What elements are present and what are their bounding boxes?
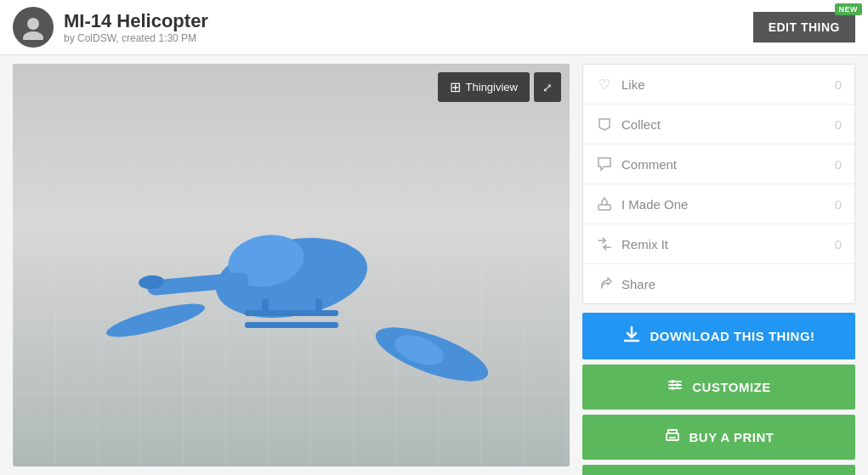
collect-icon [596, 116, 613, 133]
like-action[interactable]: ♡ Like 0 [583, 65, 854, 105]
download-button[interactable]: DOWNLOAD THIS THING! [582, 313, 855, 359]
remix-icon [596, 235, 613, 252]
svg-rect-9 [262, 299, 269, 316]
made-one-label: I Made One [621, 197, 688, 212]
viewer-container: ⊞ Thingiview ⤢ [13, 64, 570, 467]
comment-icon [596, 156, 613, 172]
avatar [13, 7, 54, 48]
title-block: MI-14 Helicopter by ColDSW, created 1:30… [64, 10, 208, 44]
fullscreen-button[interactable]: ⤢ [534, 72, 561, 102]
thingiview-label: Thingiview [466, 81, 518, 93]
main-content: ⊞ Thingiview ⤢ ♡ Like 0 [0, 55, 868, 475]
customize-button[interactable]: CUSTOMIZE [582, 365, 855, 410]
collect-count: 0 [835, 117, 842, 132]
svg-rect-7 [245, 310, 338, 316]
like-label: Like [621, 77, 645, 92]
svg-point-0 [27, 18, 39, 30]
glasses-icon: ⊞ [450, 79, 461, 95]
action-list: ♡ Like 0 Collect 0 [582, 64, 855, 304]
heart-icon: ♡ [596, 76, 613, 93]
made-one-count: 0 [835, 197, 842, 212]
customize-icon [667, 376, 684, 398]
new-badge: NEW [835, 3, 863, 15]
i-made-one-action[interactable]: I Made One 0 [583, 184, 854, 224]
tools-utilities-button[interactable]: TOOLS & UTILITIES [582, 465, 855, 475]
share-icon [596, 275, 613, 292]
thingiview-button[interactable]: ⊞ Thingiview [438, 72, 530, 102]
helicopter-model [79, 150, 504, 405]
svg-rect-17 [668, 387, 682, 389]
buy-print-button[interactable]: BUY A PRINT [582, 415, 855, 460]
collect-action[interactable]: Collect 0 [583, 105, 854, 144]
svg-rect-8 [245, 322, 338, 328]
remix-action[interactable]: Remix It 0 [583, 224, 854, 264]
comment-count: 0 [835, 157, 842, 172]
share-label: Share [621, 277, 655, 291]
share-action[interactable]: Share [583, 264, 854, 303]
svg-point-19 [676, 383, 679, 387]
svg-point-11 [103, 297, 207, 343]
download-label: DOWNLOAD THIS THING! [650, 329, 814, 343]
customize-label: CUSTOMIZE [692, 380, 771, 394]
header-left: MI-14 Helicopter by ColDSW, created 1:30… [13, 7, 208, 48]
comment-action[interactable]: Comment 0 [583, 144, 854, 184]
svg-rect-15 [668, 381, 682, 382]
page-subtitle: by ColDSW, created 1:30 PM [64, 32, 208, 44]
edit-thing-button[interactable]: NEW EDIT THING [753, 12, 855, 42]
svg-point-20 [671, 387, 674, 390]
svg-point-18 [671, 380, 674, 383]
viewer-toolbar: ⊞ Thingiview ⤢ [438, 72, 561, 102]
svg-point-1 [23, 31, 43, 40]
download-icon [622, 325, 641, 348]
fullscreen-icon: ⤢ [542, 81, 553, 94]
like-count: 0 [835, 77, 842, 92]
header: MI-14 Helicopter by ColDSW, created 1:30… [0, 0, 868, 55]
remix-count: 0 [835, 237, 842, 252]
print-icon [664, 427, 681, 448]
collect-label: Collect [621, 117, 661, 132]
remix-label: Remix It [621, 237, 668, 252]
svg-rect-10 [315, 299, 322, 316]
right-panel: ♡ Like 0 Collect 0 [582, 64, 855, 467]
comment-label: Comment [621, 157, 677, 172]
svg-rect-16 [668, 384, 682, 386]
made-one-icon [596, 195, 613, 212]
buy-print-label: BUY A PRINT [689, 430, 774, 444]
page-title: MI-14 Helicopter [64, 10, 208, 32]
svg-rect-22 [669, 437, 676, 438]
svg-rect-14 [599, 205, 610, 210]
